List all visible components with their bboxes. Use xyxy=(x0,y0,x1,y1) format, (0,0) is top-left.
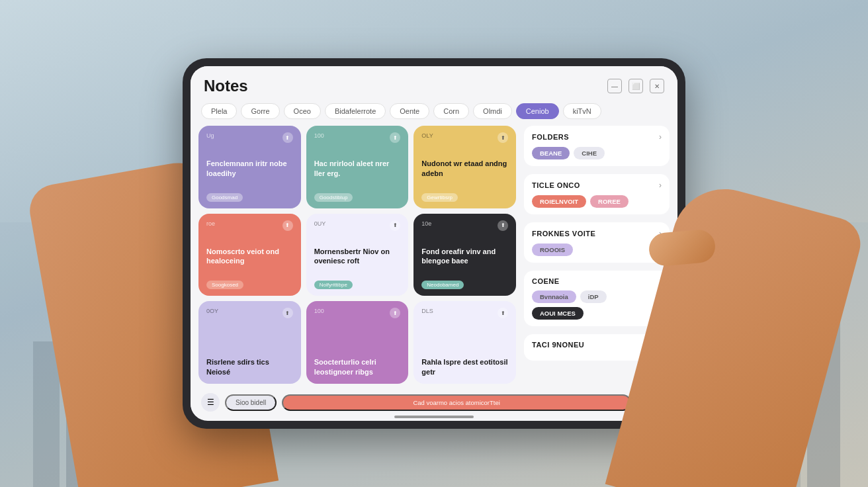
card-tag-6[interactable]: Neodobamed xyxy=(421,281,464,289)
card-date-4: roe xyxy=(206,220,215,227)
filter-tab-filter-9[interactable]: kiTvN xyxy=(563,103,601,119)
home-indicator xyxy=(394,416,474,418)
card-title-1: Fenclemnann iritr nobe loaedihy xyxy=(206,159,293,179)
tablet-screen: Notes — ⬜ ✕ PlelaGorreOceoBidafelerroteO… xyxy=(191,66,677,421)
card-date-9: DLS xyxy=(421,308,433,314)
ticle-chevron[interactable]: › xyxy=(659,181,662,190)
filter-tab-filter-7[interactable]: Olmdi xyxy=(473,103,512,119)
card-action-icon-9[interactable]: ⬆ xyxy=(498,308,508,318)
froknes-header: FROKNES VOITE › xyxy=(532,229,662,238)
filter-tab-filter-3[interactable]: Oceo xyxy=(284,103,321,119)
filter-tab-filter-2[interactable]: Gorre xyxy=(241,103,279,119)
card-title-5: Mornensbertr Niov on oveniesc roft xyxy=(314,247,401,267)
pointing-finger xyxy=(648,228,716,267)
card-title-9: Rahla lspre dest eotitosil getr xyxy=(421,357,508,377)
maximize-button[interactable]: ⬜ xyxy=(629,79,643,93)
card-tag-5[interactable]: Nolfyrittibpe xyxy=(314,281,353,289)
folder-tag-cihe[interactable]: CIHE xyxy=(574,147,605,159)
card-header-8: 100 ⬆ xyxy=(314,308,401,318)
card-action-icon-1[interactable]: ⬆ xyxy=(282,132,293,143)
froknes-tag-1[interactable]: ROOOIS xyxy=(532,244,573,256)
folders-title: FOLDERS xyxy=(532,133,569,141)
sidebar-folders-section: FOLDERS › BEANE CIHE xyxy=(524,126,670,166)
card-title-3: Nudonot wr etaad andng adebn xyxy=(421,159,508,179)
note-card-9[interactable]: DLS ⬆ Rahla lspre dest eotitosil getr xyxy=(413,301,516,384)
filter-tab-filter-4[interactable]: Bidafelerrote xyxy=(325,103,386,119)
card-action-icon-5[interactable]: ⬆ xyxy=(390,220,400,231)
card-header-1: Ug ⬆ xyxy=(206,132,293,143)
bottom-btn-1[interactable]: Sioo bidell xyxy=(225,394,277,411)
coene-tag-3[interactable]: AOUI MCES xyxy=(532,307,584,320)
card-tag-4[interactable]: Soogkosed xyxy=(206,281,243,289)
card-header-5: 0UY ⬆ xyxy=(314,220,401,231)
close-button[interactable]: ✕ xyxy=(650,79,664,93)
note-card-7[interactable]: 0OY ⬆ Risrlene sdirs tics Neiosé xyxy=(198,301,301,384)
card-date-6: 10e xyxy=(421,220,431,227)
ticle-tags: ROIELNVOIT ROREE xyxy=(532,195,662,208)
card-action-icon-2[interactable]: ⬆ xyxy=(390,132,400,143)
card-date-3: OLY xyxy=(421,132,433,139)
bottom-bar: ☰ Sioo bidell Cad voarmo acios atomicorT… xyxy=(191,389,677,416)
note-card-3[interactable]: OLY ⬆ Nudonot wr etaad andng adebn Gewrt… xyxy=(413,126,516,208)
note-card-4[interactable]: roe ⬆ Nomoscrto veiot ond healoceing Soo… xyxy=(198,214,301,296)
card-title-8: Soocterturlio celri leostignoer ribgs xyxy=(314,357,401,377)
filter-tab-filter-8[interactable]: Ceniob xyxy=(516,103,559,119)
notes-grid: Ug ⬆ Fenclemnann iritr nobe loaedihy Goo… xyxy=(198,126,516,384)
filter-tab-filter-1[interactable]: Plela xyxy=(201,103,237,119)
filter-tab-filter-6[interactable]: Corn xyxy=(433,103,469,119)
ticle-title: TICLE ONCO xyxy=(532,181,580,189)
froknes-tags: ROOOIS xyxy=(532,244,662,256)
card-action-icon-7[interactable]: ⬆ xyxy=(282,308,293,318)
card-tag-3[interactable]: Gewrtibsrp xyxy=(421,193,458,202)
card-title-7: Risrlene sdirs tics Neiosé xyxy=(206,357,293,377)
folder-tag-beane[interactable]: BEANE xyxy=(532,147,570,159)
card-date-8: 100 xyxy=(314,308,324,314)
coene-header: COENE xyxy=(532,277,662,285)
card-tag-2[interactable]: Goodstiblup xyxy=(314,193,353,202)
card-date-5: 0UY xyxy=(314,220,326,227)
filter-tabs: PlelaGorreOceoBidafelerroteOenteCornOlmd… xyxy=(191,101,677,126)
sidebar-coene-section: COENE Bvnnaoia iDP AOUI MCES xyxy=(524,271,670,326)
card-action-icon-3[interactable]: ⬆ xyxy=(498,132,508,143)
coene-title: COENE xyxy=(532,277,560,285)
card-title-2: Hac nrirlool aleet nrer ller erg. xyxy=(314,159,401,179)
card-header-7: 0OY ⬆ xyxy=(206,308,293,318)
card-action-icon-8[interactable]: ⬆ xyxy=(390,308,400,318)
menu-icon[interactable]: ☰ xyxy=(201,393,220,412)
card-action-icon-6[interactable]: ⬆ xyxy=(498,220,508,231)
card-header-6: 10e ⬆ xyxy=(421,220,508,231)
content-area: Ug ⬆ Fenclemnann iritr nobe loaedihy Goo… xyxy=(191,126,677,389)
card-header-4: roe ⬆ xyxy=(206,220,293,231)
card-header-3: OLY ⬆ xyxy=(421,132,508,143)
app-header: Notes — ⬜ ✕ xyxy=(191,66,677,101)
card-tag-1[interactable]: Goodsmad xyxy=(206,193,243,202)
card-date-7: 0OY xyxy=(206,308,218,314)
filter-tab-filter-5[interactable]: Oente xyxy=(390,103,429,119)
coene-tag-1[interactable]: Bvnnaoia xyxy=(532,290,576,303)
card-date-2: 100 xyxy=(314,132,324,139)
card-action-icon-4[interactable]: ⬆ xyxy=(282,220,293,231)
coene-tags: Bvnnaoia iDP AOUI MCES xyxy=(532,290,662,320)
ticle-tag-2[interactable]: ROREE xyxy=(590,195,629,208)
card-title-6: Fond oreafir vinv and blengoe baee xyxy=(421,247,508,267)
folders-header: FOLDERS › xyxy=(532,132,662,142)
note-card-1[interactable]: Ug ⬆ Fenclemnann iritr nobe loaedihy Goo… xyxy=(198,126,301,208)
note-card-8[interactable]: 100 ⬆ Soocterturlio celri leostignoer ri… xyxy=(306,301,409,384)
ticle-tag-1[interactable]: ROIELNVOIT xyxy=(532,195,586,208)
coene-tag-2[interactable]: iDP xyxy=(580,290,607,303)
card-header-9: DLS ⬆ xyxy=(421,308,508,318)
bottom-btn-center[interactable]: Cad voarmo acios atomicorTtei xyxy=(282,394,631,411)
note-card-2[interactable]: 100 ⬆ Hac nrirlool aleet nrer ller erg. … xyxy=(306,126,409,208)
menu-icon-symbol: ☰ xyxy=(207,398,214,407)
app-title: Notes xyxy=(204,77,248,95)
note-card-5[interactable]: 0UY ⬆ Mornensbertr Niov on oveniesc roft… xyxy=(306,214,409,296)
card-header-2: 100 ⬆ xyxy=(314,132,401,143)
froknes-title: FROKNES VOITE xyxy=(532,230,595,238)
ticle-header: TICLE ONCO › xyxy=(532,181,662,190)
header-controls: — ⬜ ✕ xyxy=(607,79,664,93)
folders-chevron[interactable]: › xyxy=(659,132,662,142)
minimize-button[interactable]: — xyxy=(607,79,622,93)
sidebar-froknes-section: FROKNES VOITE › ROOOIS xyxy=(524,222,670,263)
tablet-device: Notes — ⬜ ✕ PlelaGorreOceoBidafelerroteO… xyxy=(183,58,685,429)
note-card-6[interactable]: 10e ⬆ Fond oreafir vinv and blengoe baee… xyxy=(413,214,516,296)
